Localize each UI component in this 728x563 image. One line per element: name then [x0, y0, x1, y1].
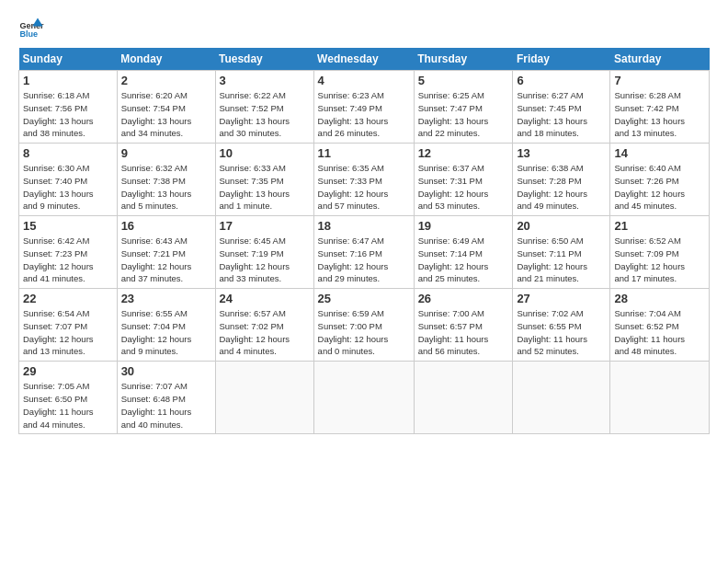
day-info: Sunrise: 6:27 AMSunset: 7:45 PMDaylight:…	[517, 90, 587, 138]
main-container: General Blue SundayMondayTuesdayWednesda…	[0, 0, 728, 443]
day-info: Sunrise: 6:47 AMSunset: 7:16 PMDaylight:…	[318, 236, 389, 283]
col-header-sunday: Sunday	[19, 48, 118, 71]
day-info: Sunrise: 6:33 AMSunset: 7:35 PMDaylight:…	[220, 163, 290, 211]
day-number: 20	[517, 219, 606, 233]
table-row: 17Sunrise: 6:45 AMSunset: 7:19 PMDayligh…	[215, 216, 313, 289]
day-info: Sunrise: 6:18 AMSunset: 7:56 PMDaylight:…	[23, 90, 94, 138]
day-number: 7	[614, 74, 705, 87]
table-row	[513, 362, 610, 434]
day-info: Sunrise: 7:04 AMSunset: 6:52 PMDaylight:…	[614, 308, 685, 356]
day-info: Sunrise: 6:55 AMSunset: 7:04 PMDaylight:…	[121, 308, 192, 356]
day-info: Sunrise: 6:52 AMSunset: 7:09 PMDaylight:…	[614, 236, 685, 283]
day-number: 15	[23, 219, 113, 233]
day-info: Sunrise: 6:54 AMSunset: 7:07 PMDaylight:…	[23, 308, 94, 356]
day-info: Sunrise: 6:43 AMSunset: 7:21 PMDaylight:…	[121, 236, 192, 283]
day-info: Sunrise: 6:59 AMSunset: 7:00 PMDaylight:…	[318, 308, 389, 356]
day-info: Sunrise: 6:35 AMSunset: 7:33 PMDaylight:…	[318, 163, 389, 211]
day-number: 3	[220, 74, 310, 87]
table-row: 16Sunrise: 6:43 AMSunset: 7:21 PMDayligh…	[117, 216, 215, 289]
day-number: 11	[318, 146, 410, 160]
col-header-monday: Monday	[117, 48, 215, 71]
table-row: 25Sunrise: 6:59 AMSunset: 7:00 PMDayligh…	[313, 289, 414, 362]
table-row: 2Sunrise: 6:20 AMSunset: 7:54 PMDaylight…	[117, 71, 215, 144]
table-row: 3Sunrise: 6:22 AMSunset: 7:52 PMDaylight…	[215, 71, 313, 144]
day-info: Sunrise: 6:20 AMSunset: 7:54 PMDaylight:…	[121, 90, 192, 138]
table-row: 8Sunrise: 6:30 AMSunset: 7:40 PMDaylight…	[19, 144, 118, 216]
col-header-tuesday: Tuesday	[215, 48, 313, 71]
day-info: Sunrise: 6:42 AMSunset: 7:23 PMDaylight:…	[23, 236, 94, 283]
day-number: 22	[23, 292, 113, 305]
table-row: 7Sunrise: 6:28 AMSunset: 7:42 PMDaylight…	[610, 71, 710, 144]
day-info: Sunrise: 6:50 AMSunset: 7:11 PMDaylight:…	[517, 236, 587, 283]
day-info: Sunrise: 6:30 AMSunset: 7:40 PMDaylight:…	[23, 163, 94, 211]
day-info: Sunrise: 6:38 AMSunset: 7:28 PMDaylight:…	[517, 163, 587, 211]
col-header-wednesday: Wednesday	[313, 48, 414, 71]
day-number: 14	[614, 146, 705, 160]
day-info: Sunrise: 6:40 AMSunset: 7:26 PMDaylight:…	[614, 163, 685, 211]
table-row: 27Sunrise: 7:02 AMSunset: 6:55 PMDayligh…	[513, 289, 610, 362]
table-row: 11Sunrise: 6:35 AMSunset: 7:33 PMDayligh…	[313, 144, 414, 216]
calendar-table: SundayMondayTuesdayWednesdayThursdayFrid…	[18, 48, 710, 434]
table-row: 5Sunrise: 6:25 AMSunset: 7:47 PMDaylight…	[414, 71, 513, 144]
day-number: 5	[418, 74, 509, 87]
table-row: 1Sunrise: 6:18 AMSunset: 7:56 PMDaylight…	[19, 71, 118, 144]
day-info: Sunrise: 6:37 AMSunset: 7:31 PMDaylight:…	[418, 163, 489, 211]
logo-icon: General Blue	[18, 15, 44, 40]
day-number: 26	[418, 292, 509, 305]
col-header-friday: Friday	[513, 48, 610, 71]
table-row: 29Sunrise: 7:05 AMSunset: 6:50 PMDayligh…	[19, 362, 118, 434]
day-number: 19	[418, 219, 509, 233]
day-number: 18	[318, 219, 410, 233]
day-number: 1	[23, 74, 113, 87]
day-info: Sunrise: 6:45 AMSunset: 7:19 PMDaylight:…	[220, 236, 290, 283]
header-row: SundayMondayTuesdayWednesdayThursdayFrid…	[19, 48, 710, 71]
logo: General Blue	[18, 15, 48, 40]
table-row: 30Sunrise: 7:07 AMSunset: 6:48 PMDayligh…	[117, 362, 215, 434]
table-row: 12Sunrise: 6:37 AMSunset: 7:31 PMDayligh…	[414, 144, 513, 216]
day-number: 2	[121, 74, 211, 87]
table-row	[610, 362, 710, 434]
table-row: 28Sunrise: 7:04 AMSunset: 6:52 PMDayligh…	[610, 289, 710, 362]
day-info: Sunrise: 6:28 AMSunset: 7:42 PMDaylight:…	[614, 90, 685, 138]
table-row: 14Sunrise: 6:40 AMSunset: 7:26 PMDayligh…	[610, 144, 710, 216]
week-row-2: 15Sunrise: 6:42 AMSunset: 7:23 PMDayligh…	[19, 216, 710, 289]
day-info: Sunrise: 7:00 AMSunset: 6:57 PMDaylight:…	[418, 308, 489, 356]
table-row: 26Sunrise: 7:00 AMSunset: 6:57 PMDayligh…	[414, 289, 513, 362]
day-number: 24	[220, 292, 310, 305]
day-info: Sunrise: 7:07 AMSunset: 6:48 PMDaylight:…	[121, 381, 192, 429]
day-number: 27	[517, 292, 606, 305]
day-number: 25	[318, 292, 410, 305]
day-number: 23	[121, 292, 211, 305]
day-info: Sunrise: 6:49 AMSunset: 7:14 PMDaylight:…	[418, 236, 489, 283]
table-row: 24Sunrise: 6:57 AMSunset: 7:02 PMDayligh…	[215, 289, 313, 362]
table-row: 13Sunrise: 6:38 AMSunset: 7:28 PMDayligh…	[513, 144, 610, 216]
table-row: 15Sunrise: 6:42 AMSunset: 7:23 PMDayligh…	[19, 216, 118, 289]
day-number: 6	[517, 74, 606, 87]
day-number: 9	[121, 146, 211, 160]
table-row	[313, 362, 414, 434]
week-row-1: 8Sunrise: 6:30 AMSunset: 7:40 PMDaylight…	[19, 144, 710, 216]
table-row: 22Sunrise: 6:54 AMSunset: 7:07 PMDayligh…	[19, 289, 118, 362]
table-row: 21Sunrise: 6:52 AMSunset: 7:09 PMDayligh…	[610, 216, 710, 289]
table-row	[215, 362, 313, 434]
table-row: 10Sunrise: 6:33 AMSunset: 7:35 PMDayligh…	[215, 144, 313, 216]
day-number: 8	[23, 146, 113, 160]
day-number: 28	[614, 292, 705, 305]
week-row-4: 29Sunrise: 7:05 AMSunset: 6:50 PMDayligh…	[19, 362, 710, 434]
day-number: 16	[121, 219, 211, 233]
day-number: 12	[418, 146, 509, 160]
table-row: 23Sunrise: 6:55 AMSunset: 7:04 PMDayligh…	[117, 289, 215, 362]
table-row: 4Sunrise: 6:23 AMSunset: 7:49 PMDaylight…	[313, 71, 414, 144]
week-row-0: 1Sunrise: 6:18 AMSunset: 7:56 PMDaylight…	[19, 71, 710, 144]
svg-text:Blue: Blue	[19, 29, 38, 39]
table-row: 9Sunrise: 6:32 AMSunset: 7:38 PMDaylight…	[117, 144, 215, 216]
day-number: 13	[517, 146, 606, 160]
day-number: 30	[121, 364, 211, 378]
col-header-saturday: Saturday	[610, 48, 710, 71]
table-row	[414, 362, 513, 434]
day-info: Sunrise: 6:32 AMSunset: 7:38 PMDaylight:…	[121, 163, 192, 211]
day-info: Sunrise: 6:23 AMSunset: 7:49 PMDaylight:…	[318, 90, 389, 138]
day-info: Sunrise: 6:57 AMSunset: 7:02 PMDaylight:…	[220, 308, 290, 356]
table-row: 20Sunrise: 6:50 AMSunset: 7:11 PMDayligh…	[513, 216, 610, 289]
day-info: Sunrise: 6:25 AMSunset: 7:47 PMDaylight:…	[418, 90, 489, 138]
